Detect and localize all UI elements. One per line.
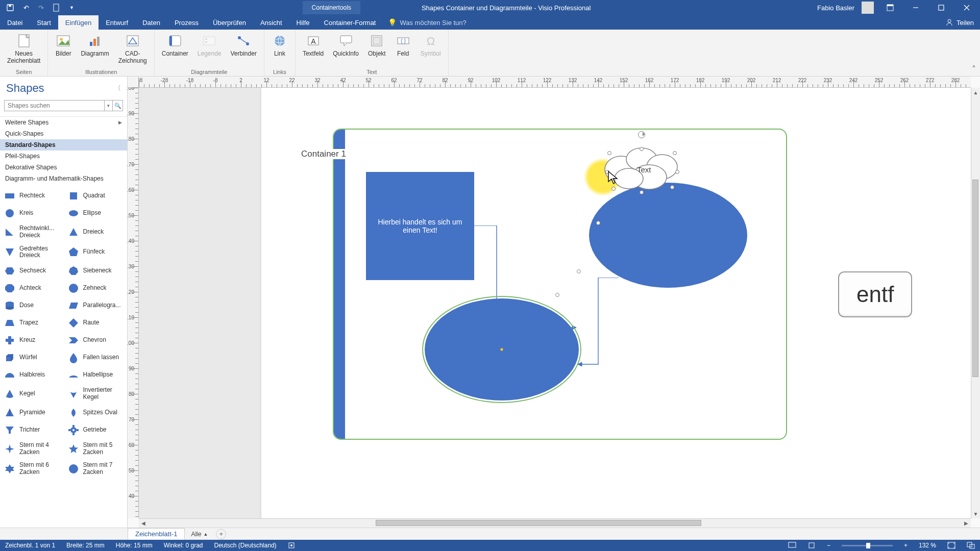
zoom-in-button[interactable]: +	[904, 542, 908, 549]
shape-palette-item[interactable]: Raute	[64, 314, 128, 332]
close-button[interactable]	[958, 0, 976, 15]
drawing-canvas[interactable]: -38-28-18-821222324252627282921021121221…	[128, 77, 980, 528]
ribbon-chart-button[interactable]: Diagramm	[78, 32, 112, 58]
ribbon-textbox-button[interactable]: ATextfeld	[300, 32, 327, 58]
shapes-search-input[interactable]	[4, 100, 105, 111]
vertical-scrollbar[interactable]: ▲ ▼	[971, 88, 980, 518]
shape-palette-item[interactable]: Rechtwinkl...Dreieck	[0, 222, 64, 242]
ribbon-link-button[interactable]: Link	[268, 32, 291, 58]
shape-palette-item[interactable]: Quadrat	[64, 187, 128, 205]
shape-palette-item[interactable]: Stern mit 5Zacken	[64, 439, 128, 459]
tell-me-search[interactable]: 💡	[388, 15, 502, 30]
shape-palette-item[interactable]: Dreieck	[64, 222, 128, 242]
ribbon-quickinfo-button[interactable]: QuickInfo	[330, 32, 362, 58]
shape-palette-item[interactable]: Sechseck	[0, 262, 64, 280]
minimize-button[interactable]	[906, 0, 925, 15]
shape-palette-item[interactable]: Würfel	[0, 349, 64, 366]
ribbon-field-button[interactable]: { }Feld	[392, 32, 414, 58]
scroll-up-icon[interactable]: ▲	[971, 88, 980, 97]
user-avatar[interactable]	[862, 2, 874, 14]
undo-button[interactable]: ↶	[21, 2, 31, 14]
presentation-mode-icon[interactable]	[788, 542, 796, 549]
qat-customize-icon[interactable]: ▼	[67, 3, 76, 12]
scroll-right-icon[interactable]: ▶	[962, 519, 971, 528]
drawing-page[interactable]: Container 1 Hierbei handelt es sich um e…	[261, 88, 971, 518]
new-doc-qat[interactable]	[51, 2, 62, 14]
stencil-item[interactable]: Pfeil-Shapes	[0, 151, 127, 162]
shape-palette-item[interactable]: Ellipse	[64, 205, 128, 222]
context-tab-container[interactable]: Containertools	[303, 1, 360, 14]
sheets-all-button[interactable]: Alle▲	[186, 529, 213, 539]
tell-me-input[interactable]	[400, 19, 502, 27]
cloud-callout[interactable]: Text	[598, 144, 685, 200]
shape-palette-item[interactable]: Kreis	[0, 205, 64, 222]
shape-palette-item[interactable]: Kegel	[0, 384, 64, 404]
ribbon-tab-hilfe[interactable]: Hilfe	[289, 15, 317, 30]
shape-palette-item[interactable]: Trichter	[0, 421, 64, 439]
selection-handle[interactable]	[640, 190, 644, 194]
shape-palette-item[interactable]: Chevron	[64, 332, 128, 349]
ribbon-tab-ansicht[interactable]: Ansicht	[253, 15, 289, 30]
ribbon-tab-einfügen[interactable]: Einfügen	[58, 15, 99, 30]
shape-palette-item[interactable]: Trapez	[0, 314, 64, 332]
selection-handle[interactable]	[607, 151, 611, 155]
fit-page-icon[interactable]	[807, 542, 816, 549]
shape-palette-item[interactable]: Zehneck	[64, 280, 128, 297]
more-shapes-item[interactable]: Weitere Shapes▶	[0, 117, 127, 128]
autosave-icon[interactable]	[4, 2, 16, 14]
ribbon-tab-container-format[interactable]: Container-Format	[317, 15, 383, 30]
connector-2[interactable]	[578, 278, 619, 380]
ribbon-display-options-icon[interactable]	[881, 0, 899, 15]
shapes-search-dropdown-icon[interactable]: ▾	[105, 100, 113, 111]
shape-palette-item[interactable]: Kreuz	[0, 332, 64, 349]
stencil-item[interactable]: Quick-Shapes	[0, 128, 127, 139]
selection-handle[interactable]	[605, 170, 609, 174]
container-label[interactable]: Container 1	[301, 149, 346, 159]
connection-point[interactable]	[596, 221, 600, 225]
selection-handle[interactable]	[670, 185, 674, 189]
shape-palette-item[interactable]: Stern mit 4Zacken	[0, 439, 64, 459]
ribbon-object-button[interactable]: Objekt	[365, 32, 389, 58]
selection-handle[interactable]	[675, 170, 679, 174]
add-sheet-button[interactable]: +	[216, 529, 226, 539]
zoom-slider[interactable]	[842, 545, 893, 546]
shape-palette-item[interactable]: Achteck	[0, 280, 64, 297]
shape-palette-item[interactable]: Parallelogra...	[64, 297, 128, 314]
maximize-button[interactable]	[932, 0, 950, 15]
share-button[interactable]: Teilen	[957, 19, 974, 27]
selection-center-handle[interactable]	[500, 348, 503, 351]
scroll-left-icon[interactable]: ◀	[139, 519, 148, 528]
connection-point[interactable]	[555, 293, 559, 297]
ribbon-container-button[interactable]: Container	[159, 32, 191, 58]
ribbon-tab-daten[interactable]: Daten	[135, 15, 167, 30]
rectangle-shape[interactable]: Hierbei handelt es sich um einen Text!	[366, 172, 474, 280]
shape-palette-item[interactable]: Dose	[0, 297, 64, 314]
shape-palette-item[interactable]: Fünfeck	[64, 242, 128, 263]
collapse-ribbon-icon[interactable]: ˄	[968, 30, 980, 76]
shape-palette-item[interactable]: Spitzes Oval	[64, 404, 128, 421]
sheet-tab[interactable]: Zeichenblatt-1	[128, 528, 185, 540]
shape-palette-item[interactable]: Pyramide	[0, 404, 64, 421]
ribbon-tab-entwurf[interactable]: Entwurf	[99, 15, 135, 30]
shape-palette-item[interactable]: Halbellipse	[64, 366, 128, 384]
stencil-item[interactable]: Diagramm- und Mathematik-Shapes	[0, 173, 127, 184]
selection-handle[interactable]	[640, 147, 644, 151]
shape-palette-item[interactable]: Getriebe	[64, 421, 128, 439]
shape-palette-item[interactable]: Stern mit 6Zacken	[0, 459, 64, 479]
ellipse-shape-1[interactable]	[425, 298, 579, 400]
shapes-search-go-icon[interactable]: 🔍	[113, 100, 123, 111]
scroll-down-icon[interactable]: ▼	[971, 509, 980, 518]
shape-palette-item[interactable]: Halbkreis	[0, 366, 64, 384]
rotate-handle[interactable]	[638, 131, 645, 138]
redo-button[interactable]: ↷	[36, 2, 46, 14]
ribbon-connector-button[interactable]: Verbinder	[228, 32, 260, 58]
stencil-item[interactable]: Dekorative Shapes	[0, 162, 127, 173]
shape-palette-item[interactable]: Rechteck	[0, 187, 64, 205]
ribbon-page-button[interactable]: NeuesZeichenblatt	[4, 32, 43, 66]
selection-handle[interactable]	[673, 151, 677, 155]
callout-text[interactable]: Text	[637, 165, 651, 174]
horizontal-scrollbar[interactable]: ◀ ▶	[139, 518, 971, 528]
ribbon-tab-start[interactable]: Start	[30, 15, 58, 30]
shape-palette-item[interactable]: Siebeneck	[64, 262, 128, 280]
ribbon-tab-überprüfen[interactable]: Überprüfen	[206, 15, 253, 30]
